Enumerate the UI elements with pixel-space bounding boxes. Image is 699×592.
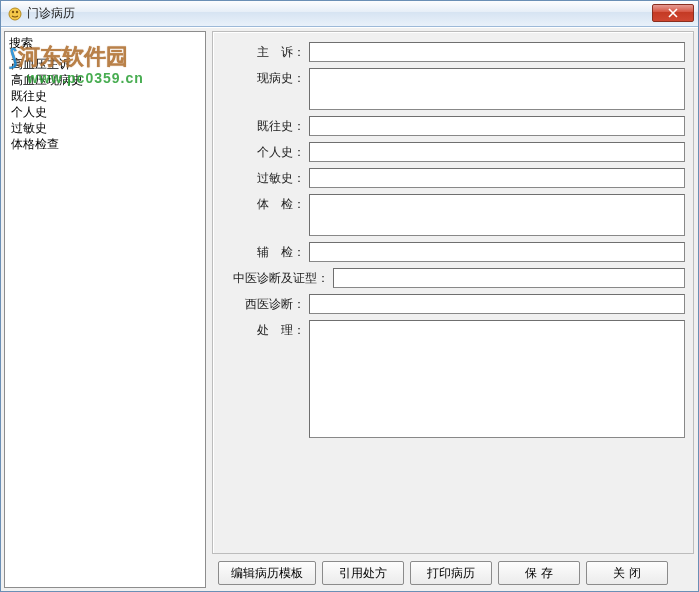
exam-label: 体 检： xyxy=(221,194,309,213)
window-frame: 门诊病历 搜索 高血压主诉 高血压现病史 既往史 个人史 过敏史 体格检查 ⟆河… xyxy=(0,0,699,592)
svg-point-0 xyxy=(9,8,21,20)
form-panel: 主 诉： 现病史： 既往史： 个人史： 过敏史： xyxy=(212,31,694,554)
wm-diagnosis-label: 西医诊断： xyxy=(221,294,309,313)
present-history-textarea[interactable] xyxy=(309,68,685,110)
tcm-diagnosis-input[interactable] xyxy=(333,268,685,288)
search-label: 搜索 xyxy=(5,32,205,54)
treatment-textarea[interactable] xyxy=(309,320,685,438)
tree-item[interactable]: 既往史 xyxy=(9,88,201,104)
right-panel: 主 诉： 现病史： 既往史： 个人史： 过敏史： xyxy=(206,28,698,591)
tree-item[interactable]: 体格检查 xyxy=(9,136,201,152)
treatment-label: 处 理： xyxy=(221,320,309,339)
tree-item[interactable]: 个人史 xyxy=(9,104,201,120)
tree-item[interactable]: 高血压现病史 xyxy=(9,72,201,88)
past-history-label: 既往史： xyxy=(221,116,309,135)
save-button[interactable]: 保 存 xyxy=(498,561,580,585)
aux-exam-label: 辅 检： xyxy=(221,242,309,261)
exam-textarea[interactable] xyxy=(309,194,685,236)
chief-complaint-label: 主 诉： xyxy=(221,42,309,61)
quote-prescription-button[interactable]: 引用处方 xyxy=(322,561,404,585)
sidebar-panel: 搜索 高血压主诉 高血压现病史 既往史 个人史 过敏史 体格检查 ⟆河东软件园 … xyxy=(4,31,206,588)
svg-point-2 xyxy=(16,10,18,12)
chief-complaint-input[interactable] xyxy=(309,42,685,62)
print-record-button[interactable]: 打印病历 xyxy=(410,561,492,585)
close-button[interactable]: 关 闭 xyxy=(586,561,668,585)
app-icon xyxy=(7,6,23,22)
window-title: 门诊病历 xyxy=(27,5,75,22)
personal-history-input[interactable] xyxy=(309,142,685,162)
close-window-button[interactable] xyxy=(652,4,694,22)
titlebar: 门诊病历 xyxy=(1,1,698,27)
allergy-history-label: 过敏史： xyxy=(221,168,309,187)
aux-exam-input[interactable] xyxy=(309,242,685,262)
tree-item[interactable]: 高血压主诉 xyxy=(9,56,201,72)
template-tree: 高血压主诉 高血压现病史 既往史 个人史 过敏史 体格检查 xyxy=(5,54,205,154)
window-body: 搜索 高血压主诉 高血压现病史 既往史 个人史 过敏史 体格检查 ⟆河东软件园 … xyxy=(1,27,698,591)
personal-history-label: 个人史： xyxy=(221,142,309,161)
present-history-label: 现病史： xyxy=(221,68,309,87)
tree-item[interactable]: 过敏史 xyxy=(9,120,201,136)
edit-template-button[interactable]: 编辑病历模板 xyxy=(218,561,316,585)
allergy-history-input[interactable] xyxy=(309,168,685,188)
svg-point-1 xyxy=(12,10,14,12)
button-bar: 编辑病历模板 引用处方 打印病历 保 存 关 闭 xyxy=(212,558,694,588)
wm-diagnosis-input[interactable] xyxy=(309,294,685,314)
past-history-input[interactable] xyxy=(309,116,685,136)
tcm-diagnosis-label: 中医诊断及证型： xyxy=(221,268,333,287)
